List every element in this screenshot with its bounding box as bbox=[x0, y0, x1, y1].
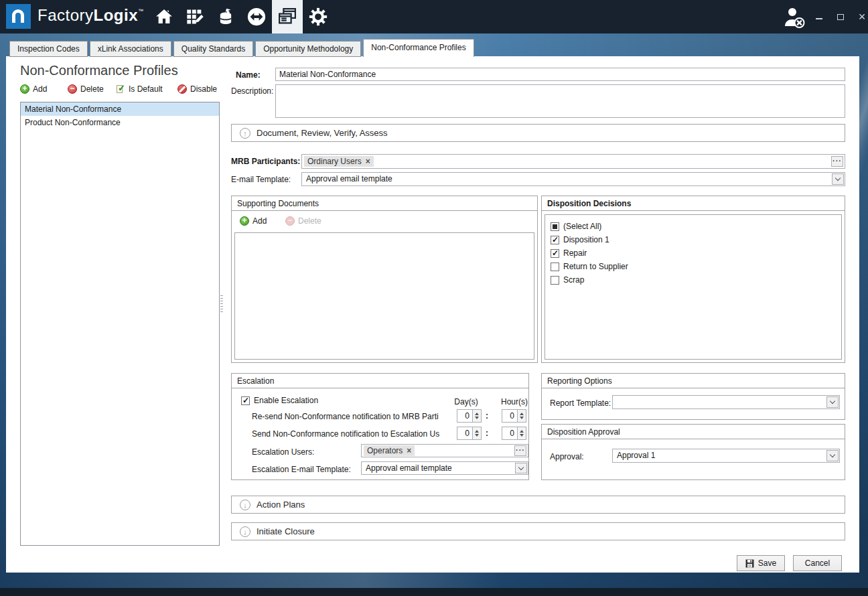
report-template-combobox[interactable] bbox=[612, 395, 840, 409]
checkbox-indeterminate[interactable] bbox=[551, 222, 559, 231]
checkbox-row[interactable]: Repair bbox=[545, 246, 841, 260]
group-title: Disposition Decisions bbox=[542, 196, 845, 211]
tab-non-conformance-profiles[interactable]: Non-Conformance Profiles bbox=[363, 39, 474, 57]
checkbox-label: (Select All) bbox=[563, 222, 601, 231]
list-item[interactable]: Product Non-Conformance bbox=[21, 116, 219, 129]
spinner-arrows-icon[interactable] bbox=[472, 427, 481, 439]
collapse-arrow-icon bbox=[240, 128, 250, 139]
expander-label: Document, Review, Verify, Assess bbox=[257, 128, 388, 138]
settings-gear-icon[interactable] bbox=[303, 0, 334, 33]
checkbox-checked[interactable] bbox=[551, 236, 559, 244]
escalation-group: Escalation Enable Escalation Day(s) Hour… bbox=[231, 373, 529, 480]
profile-is-default-button[interactable]: Is Default bbox=[116, 84, 163, 94]
document-add-button[interactable]: Add bbox=[240, 216, 267, 226]
close-button[interactable] bbox=[855, 9, 868, 24]
materials-icon[interactable] bbox=[210, 0, 241, 33]
save-button[interactable]: Save bbox=[737, 555, 785, 571]
app-window: FactoryLogix™ bbox=[0, 0, 868, 596]
sidebar-title: Non-Conformance Profiles bbox=[20, 63, 178, 78]
profile-disable-button[interactable]: Disable bbox=[177, 84, 217, 94]
spinner-arrows-icon[interactable] bbox=[472, 410, 481, 422]
spinner-arrows-icon[interactable] bbox=[517, 427, 526, 439]
main-nav bbox=[149, 0, 334, 33]
checkbox-row[interactable]: Scrap bbox=[545, 273, 841, 287]
production-editor-icon[interactable] bbox=[179, 0, 210, 33]
tab-inspection-codes[interactable]: Inspection Codes bbox=[9, 41, 88, 57]
save-floppy-icon bbox=[745, 559, 754, 568]
brand-text: FactoryLogix™ bbox=[38, 6, 144, 25]
expander-document-review[interactable]: Document, Review, Verify, Assess bbox=[231, 124, 845, 142]
add-icon bbox=[240, 216, 249, 226]
name-input[interactable] bbox=[275, 68, 845, 81]
minimize-button[interactable] bbox=[812, 9, 826, 24]
days-spinner[interactable]: 0 bbox=[457, 409, 482, 423]
hours-spinner[interactable]: 0 bbox=[502, 409, 526, 423]
tab-quality-standards[interactable]: Quality Standards bbox=[173, 41, 253, 57]
checkbox-row[interactable]: Return to Supplier bbox=[545, 260, 841, 273]
group-title: Reporting Options bbox=[542, 374, 845, 388]
approval-combobox[interactable]: Approval 1 bbox=[612, 449, 840, 463]
group-title: Disposition Approval bbox=[542, 425, 845, 439]
checkbox-label: Disposition 1 bbox=[563, 235, 609, 244]
combo-value: Approval email template bbox=[366, 462, 513, 474]
checkbox-unchecked[interactable] bbox=[551, 263, 559, 271]
checkbox-unchecked[interactable] bbox=[551, 276, 559, 285]
group-title: Escalation bbox=[232, 374, 528, 388]
transfer-icon[interactable] bbox=[241, 0, 272, 33]
mrb-chip: Ordinary Users bbox=[304, 156, 374, 167]
mrb-browse-button ellipsis-icon[interactable] bbox=[831, 156, 843, 167]
logo-n-icon bbox=[12, 9, 24, 23]
user-logout-icon[interactable] bbox=[782, 7, 808, 29]
chevron-down-icon[interactable] bbox=[515, 463, 527, 473]
name-label: Name: bbox=[236, 70, 261, 80]
splitter-handle[interactable] bbox=[220, 295, 224, 314]
disable-icon bbox=[177, 84, 187, 94]
delete-icon bbox=[68, 84, 77, 94]
document-delete-button[interactable]: Delete bbox=[285, 216, 321, 226]
hours-spinner[interactable]: 0 bbox=[502, 427, 526, 440]
maximize-button[interactable] bbox=[833, 9, 848, 24]
delete-label: Delete bbox=[80, 84, 104, 94]
spinner-value: 0 bbox=[457, 427, 472, 439]
documents-icon[interactable] bbox=[272, 0, 303, 33]
app-logo bbox=[6, 4, 31, 29]
expand-arrow-icon bbox=[240, 500, 250, 510]
add-icon bbox=[20, 84, 29, 94]
expander-initiate-closure[interactable]: Initiate Closure bbox=[231, 522, 845, 540]
chip-remove-icon[interactable] bbox=[407, 445, 411, 456]
enable-escalation-row[interactable]: Enable Escalation bbox=[236, 394, 318, 407]
checkbox-checked[interactable] bbox=[551, 249, 559, 258]
description-input[interactable] bbox=[275, 84, 845, 118]
profile-add-button[interactable]: Add bbox=[20, 84, 47, 94]
group-title: Supporting Documents bbox=[232, 196, 537, 211]
tab-xlink-associations[interactable]: xLink Associations bbox=[90, 41, 171, 57]
supporting-documents-group: Supporting Documents Add Delete bbox=[231, 196, 538, 363]
tab-opportunity-methodology[interactable]: Opportunity Methodology bbox=[255, 41, 361, 57]
escalation-users-chip: Operators bbox=[364, 445, 415, 456]
disposition-approval-group: Disposition Approval Approval: Approval … bbox=[541, 424, 845, 480]
mrb-participants-field[interactable]: Ordinary Users bbox=[301, 154, 845, 169]
delete-icon bbox=[285, 216, 295, 226]
users-browse-button ellipsis-icon[interactable] bbox=[514, 445, 526, 456]
email-template-combobox[interactable]: Approval email template bbox=[301, 172, 845, 186]
spinner-arrows-icon[interactable] bbox=[517, 410, 526, 422]
documents-list[interactable] bbox=[234, 232, 534, 360]
days-spinner[interactable]: 0 bbox=[457, 427, 482, 440]
chevron-down-icon[interactable] bbox=[826, 396, 839, 408]
checkbox-row[interactable]: Disposition 1 bbox=[545, 233, 841, 246]
chevron-down-icon[interactable] bbox=[826, 450, 839, 461]
escalation-template-combobox[interactable]: Approval email template bbox=[361, 461, 528, 475]
disable-label: Disable bbox=[190, 84, 217, 94]
window-frame-bottom bbox=[0, 588, 868, 596]
profile-delete-button[interactable]: Delete bbox=[68, 84, 104, 94]
checkbox-row[interactable]: (Select All) bbox=[545, 220, 841, 233]
cancel-button[interactable]: Cancel bbox=[793, 555, 842, 571]
save-label: Save bbox=[758, 558, 776, 568]
home-icon[interactable] bbox=[149, 0, 179, 33]
list-item[interactable]: Material Non-Conformance bbox=[21, 102, 219, 116]
chip-remove-icon[interactable] bbox=[366, 156, 370, 167]
chevron-down-icon[interactable] bbox=[832, 173, 844, 185]
escalation-users-field[interactable]: Operators bbox=[361, 444, 528, 457]
checkbox-checked[interactable] bbox=[241, 396, 250, 405]
expander-action-plans[interactable]: Action Plans bbox=[231, 496, 845, 514]
